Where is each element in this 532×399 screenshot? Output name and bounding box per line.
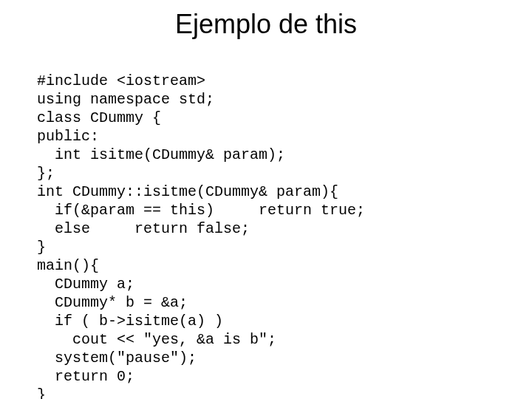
code-line: if ( b->isitme(a) ) <box>37 313 223 330</box>
code-line: } <box>37 386 46 399</box>
slide: Ejemplo de this #include <iostream> usin… <box>0 0 532 399</box>
code-line: main(){ <box>37 257 99 274</box>
slide-title: Ejemplo de this <box>0 0 532 53</box>
code-line: #include <iostream> <box>37 72 205 89</box>
code-line: int CDummy::isitme(CDummy& param){ <box>37 183 338 200</box>
code-line: return 0; <box>37 368 134 385</box>
code-block: #include <iostream> using namespace std;… <box>0 53 532 399</box>
code-line: system("pause"); <box>37 349 197 366</box>
code-line: int isitme(CDummy& param); <box>37 146 285 163</box>
code-line: CDummy* b = &a; <box>37 294 188 311</box>
code-line: using namespace std; <box>37 91 214 108</box>
code-line: cout << "yes, &a is b"; <box>37 331 276 348</box>
code-line: if(&param == this) return true; <box>37 202 365 219</box>
code-line: } <box>37 239 46 256</box>
code-line: }; <box>37 165 55 182</box>
code-line: else return false; <box>37 220 250 237</box>
code-line: CDummy a; <box>37 276 134 293</box>
code-line: public: <box>37 128 99 145</box>
code-line: class CDummy { <box>37 109 161 126</box>
